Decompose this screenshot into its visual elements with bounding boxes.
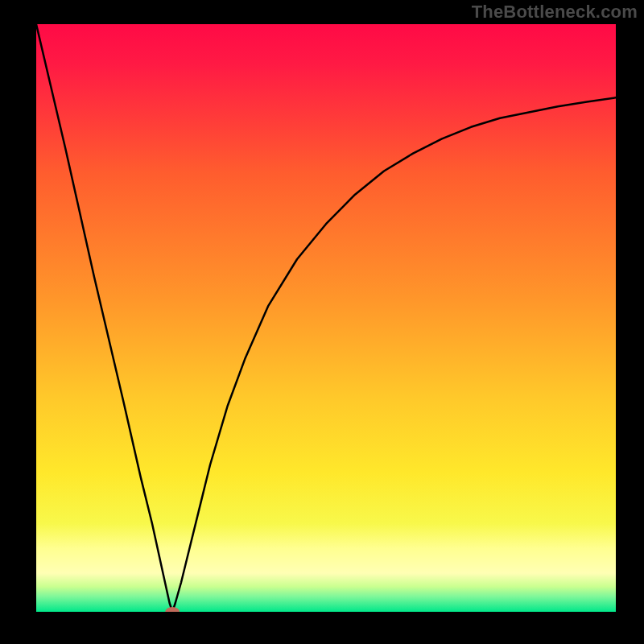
bg-band-main xyxy=(36,24,616,523)
watermark-text: TheBottleneck.com xyxy=(472,2,638,23)
chart-plot-area xyxy=(36,24,616,612)
bg-band-pale xyxy=(36,523,616,573)
bg-band-green xyxy=(36,573,616,612)
chart-frame: TheBottleneck.com xyxy=(0,0,644,644)
chart-svg xyxy=(36,24,616,612)
